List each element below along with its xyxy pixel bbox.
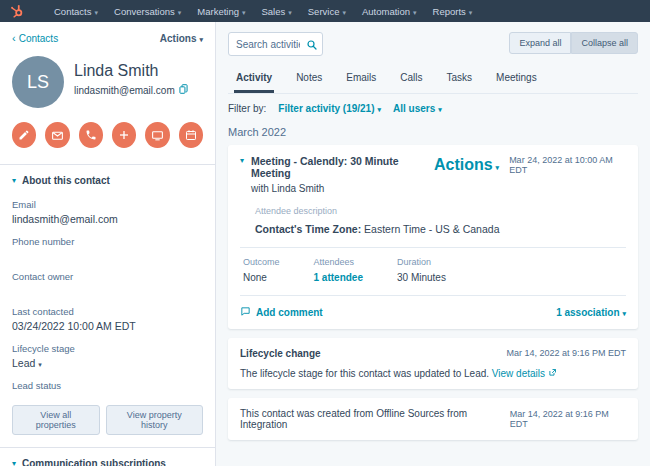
contact-name: Linda Smith xyxy=(74,62,188,80)
duration-label: Duration xyxy=(397,257,446,267)
lead-status-label: Lead status xyxy=(12,380,203,391)
chevron-down-icon xyxy=(438,103,442,114)
avatar: LS xyxy=(12,56,64,108)
chevron-down-icon: ▾ xyxy=(12,459,16,466)
subscriptions-section-title: Communication subscriptions xyxy=(22,458,166,466)
month-header: March 2022 xyxy=(228,126,638,138)
chevron-down-icon xyxy=(622,307,626,318)
meeting-timestamp: Mar 24, 2022 at 10:00 AM EDT xyxy=(509,155,626,175)
associations-dropdown[interactable]: 1 association xyxy=(556,307,626,318)
timezone-label: Contact's Time Zone: xyxy=(255,223,361,235)
meeting-activity-card: ▾ Meeting - Calendly: 30 Minute Meeting … xyxy=(228,145,638,329)
view-property-history-button[interactable]: View property history xyxy=(106,405,203,435)
chevron-down-icon xyxy=(288,6,292,17)
tab-notes[interactable]: Notes xyxy=(294,68,324,93)
filter-activity-dropdown[interactable]: Filter activity (19/21) xyxy=(278,103,381,114)
nav-item-automation[interactable]: Automation xyxy=(362,6,417,17)
all-users-dropdown[interactable]: All users xyxy=(393,103,442,114)
expand-all-button[interactable]: Expand all xyxy=(509,32,571,54)
back-to-contacts-link[interactable]: ‹ Contacts xyxy=(12,32,58,44)
about-section-title: About this contact xyxy=(22,175,110,186)
tab-emails[interactable]: Emails xyxy=(344,68,378,93)
contact-email: lindasmith@email.com xyxy=(74,85,175,96)
attendee-description-label: Attendee description xyxy=(255,206,626,216)
lifecycle-change-card: Lifecycle change Mar 14, 2022 at 9:16 PM… xyxy=(228,338,638,389)
add-comment-button[interactable]: Add comment xyxy=(240,306,323,319)
nav-item-contacts[interactable]: Contacts xyxy=(54,6,98,17)
collapse-card-icon[interactable]: ▾ xyxy=(240,156,244,194)
meeting-button[interactable] xyxy=(179,122,203,148)
lifecycle-stage-value[interactable]: Lead xyxy=(12,357,203,369)
lifecycle-card-title: Lifecycle change xyxy=(240,348,321,359)
last-contacted-value: 03/24/2022 10:00 AM EDT xyxy=(12,320,203,332)
owner-field-label: Contact owner xyxy=(12,271,203,282)
outcome-value: None xyxy=(243,272,280,283)
copy-icon[interactable] xyxy=(179,84,188,96)
nav-item-label: Automation xyxy=(362,6,410,17)
add-comment-label: Add comment xyxy=(256,307,323,318)
chevron-down-icon xyxy=(378,103,382,114)
chevron-down-icon xyxy=(413,6,417,17)
nav-item-reports[interactable]: Reports xyxy=(433,6,473,17)
lifecycle-stage-text: Lead xyxy=(12,357,35,369)
nav-item-conversations[interactable]: Conversations xyxy=(114,6,181,17)
nav-item-label: Marketing xyxy=(197,6,239,17)
task-button[interactable] xyxy=(145,122,169,148)
subscriptions-section-header[interactable]: ▾ Communication subscriptions xyxy=(12,448,203,466)
lifecycle-card-body: The lifecycle stage for this contact was… xyxy=(240,368,492,379)
nav-item-sales[interactable]: Sales xyxy=(262,6,292,17)
chevron-down-icon xyxy=(95,6,99,17)
chevron-down-icon xyxy=(496,156,500,174)
attendees-link[interactable]: 1 attendee xyxy=(314,272,363,283)
chevron-down-icon xyxy=(38,359,42,369)
chevron-down-icon xyxy=(342,6,346,17)
nav-item-label: Sales xyxy=(262,6,286,17)
chevron-down-icon xyxy=(178,6,182,17)
collapse-all-button[interactable]: Collapse all xyxy=(571,32,638,54)
contact-sidebar: ‹ Contacts Actions LS Linda Smith lindas… xyxy=(0,22,216,466)
nav-item-service[interactable]: Service xyxy=(308,6,346,17)
phone-field-label: Phone number xyxy=(12,236,203,247)
meeting-actions-dropdown[interactable]: Actions xyxy=(434,156,499,174)
tab-meetings[interactable]: Meetings xyxy=(494,68,539,93)
duration-value: 30 Minutes xyxy=(397,272,446,283)
chevron-down-icon: ▾ xyxy=(12,176,16,185)
created-card-timestamp: Mar 14, 2022 at 9:16 PM EDT xyxy=(510,409,626,429)
call-button[interactable] xyxy=(79,122,103,148)
meeting-subtitle: with Linda Smith xyxy=(251,183,434,194)
nav-item-label: Contacts xyxy=(54,6,92,17)
email-field-label: Email xyxy=(12,199,203,210)
comment-icon xyxy=(240,306,251,319)
last-contacted-label: Last contacted xyxy=(12,306,203,317)
lifecycle-card-timestamp: Mar 14, 2022 at 9:16 PM EDT xyxy=(506,348,626,358)
phone-field-value[interactable] xyxy=(12,250,203,260)
nav-item-label: Reports xyxy=(433,6,466,17)
view-details-link[interactable]: View details xyxy=(492,368,545,379)
timezone-value: Eastern Time - US & Canada xyxy=(361,223,499,235)
view-all-properties-button[interactable]: View all properties xyxy=(12,405,100,435)
contact-created-card: This contact was created from Offline So… xyxy=(228,398,638,440)
hubspot-logo-icon[interactable] xyxy=(10,4,24,18)
top-navigation: Contacts Conversations Marketing Sales S… xyxy=(0,0,650,22)
all-users-label: All users xyxy=(393,103,435,114)
tab-tasks[interactable]: Tasks xyxy=(445,68,475,93)
nav-item-label: Conversations xyxy=(114,6,175,17)
email-button[interactable] xyxy=(45,122,69,148)
contact-actions-dropdown[interactable]: Actions xyxy=(160,33,203,44)
outcome-label: Outcome xyxy=(243,257,280,267)
filter-by-label: Filter by: xyxy=(228,103,266,114)
tab-calls[interactable]: Calls xyxy=(398,68,424,93)
about-section-header[interactable]: ▾ About this contact xyxy=(12,165,203,188)
activity-panel: Expand all Collapse all Activity Notes E… xyxy=(216,22,650,466)
note-button[interactable] xyxy=(12,122,36,148)
divider xyxy=(240,295,626,296)
filter-activity-label: Filter activity (19/21) xyxy=(278,103,374,114)
email-field-value[interactable]: lindasmith@email.com xyxy=(12,213,203,225)
chevron-left-icon: ‹ xyxy=(12,32,16,44)
nav-item-marketing[interactable]: Marketing xyxy=(197,6,245,17)
created-card-body: This contact was created from Offline So… xyxy=(240,408,510,430)
owner-field-value[interactable] xyxy=(12,285,203,295)
add-button[interactable] xyxy=(112,122,136,148)
chevron-down-icon xyxy=(242,6,246,17)
tab-activity[interactable]: Activity xyxy=(234,68,274,93)
